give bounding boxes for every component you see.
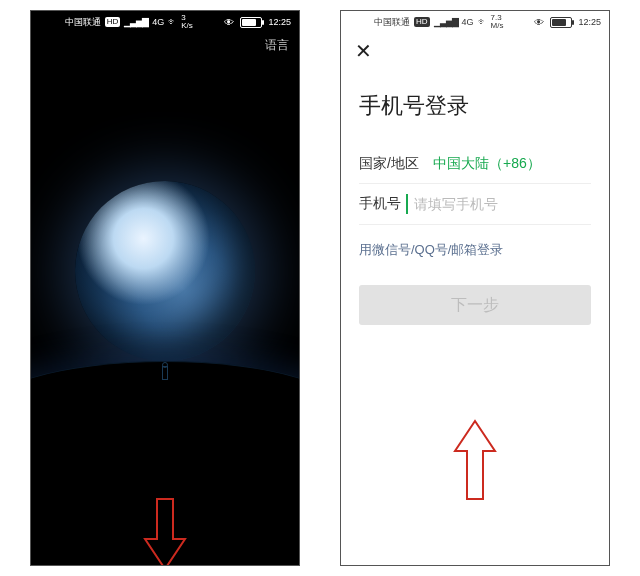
- network-label: 4G: [152, 17, 164, 27]
- phone-login: 中国联通 HD ▁▃▅▇ 4G ᯤ 7.3 M/s 👁 12:25 ✕ 手机号登…: [340, 10, 610, 566]
- splash-screen: 中国联通 HD ▁▃▅▇ 4G ᯤ 3 K/s 👁 12:25 语言: [31, 11, 299, 565]
- page-title: 手机号登录: [359, 91, 591, 121]
- signal-icon: ▁▃▅▇: [434, 17, 458, 27]
- battery-icon: [240, 17, 262, 28]
- wifi-icon: ᯤ: [478, 17, 487, 27]
- phone-label: 手机号: [359, 195, 406, 213]
- phone-splash: 中国联通 HD ▁▃▅▇ 4G ᯤ 3 K/s 👁 12:25 语言: [30, 10, 300, 566]
- earth-illustration: [31, 181, 299, 361]
- person-silhouette: [162, 363, 168, 381]
- eye-icon: 👁: [534, 17, 544, 28]
- clock: 12:25: [268, 17, 291, 27]
- clock: 12:25: [578, 17, 601, 27]
- annotation-arrow-down: [135, 495, 195, 566]
- language-button[interactable]: 语言: [265, 37, 289, 54]
- signal-icon: ▁▃▅▇: [124, 17, 148, 27]
- hd-badge: HD: [414, 17, 430, 27]
- region-row[interactable]: 国家/地区 中国大陆（+86）: [359, 145, 591, 184]
- status-bar: 中国联通 HD ▁▃▅▇ 4G ᯤ 7.3 M/s 👁 12:25: [341, 11, 609, 31]
- region-value[interactable]: 中国大陆（+86）: [433, 155, 541, 173]
- wifi-icon: ᯤ: [168, 17, 177, 27]
- phone-input[interactable]: [406, 194, 591, 214]
- login-screen: ✕ 手机号登录 国家/地区 中国大陆（+86） 手机号 用微信号/QQ号/邮箱登…: [341, 11, 609, 565]
- data-rate: 3 K/s: [181, 14, 193, 30]
- carrier-label: 中国联通: [374, 16, 410, 29]
- carrier-label: 中国联通: [65, 16, 101, 29]
- alt-login-link[interactable]: 用微信号/QQ号/邮箱登录: [359, 241, 591, 259]
- next-button[interactable]: 下一步: [359, 285, 591, 325]
- region-label: 国家/地区: [359, 155, 433, 173]
- annotation-arrow-up: [445, 415, 505, 505]
- status-bar: 中国联通 HD ▁▃▅▇ 4G ᯤ 3 K/s 👁 12:25: [31, 11, 299, 31]
- data-rate: 7.3 M/s: [491, 14, 504, 30]
- close-icon[interactable]: ✕: [355, 41, 372, 61]
- eye-icon: 👁: [224, 17, 234, 28]
- network-label: 4G: [462, 17, 474, 27]
- hd-badge: HD: [105, 17, 121, 27]
- battery-icon: [550, 17, 572, 28]
- phone-row: 手机号: [359, 184, 591, 225]
